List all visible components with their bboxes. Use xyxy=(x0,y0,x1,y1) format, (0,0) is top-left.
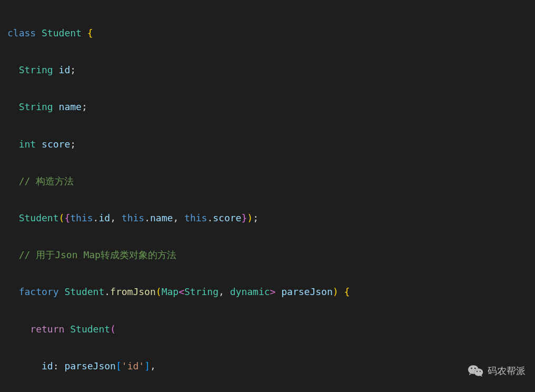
keyword-factory: factory xyxy=(19,286,59,297)
keyword-class: class xyxy=(7,27,36,38)
wechat-icon xyxy=(468,364,483,378)
comment: // 用于Json Map转成类对象的方法 xyxy=(19,249,176,260)
identifier: score xyxy=(42,139,70,150)
svg-point-5 xyxy=(474,368,476,369)
brace: { xyxy=(87,27,93,38)
comment: // 构造方法 xyxy=(19,175,74,187)
code-line: class Student { xyxy=(7,24,528,42)
type: String xyxy=(19,101,53,112)
class-name: Student xyxy=(42,27,82,38)
svg-point-4 xyxy=(471,368,472,369)
code-line: String id; xyxy=(7,61,528,79)
identifier: name xyxy=(59,101,82,112)
keyword-return: return xyxy=(30,324,64,335)
code-line: return Student( xyxy=(7,320,528,338)
watermark: 码农帮派 xyxy=(468,362,526,380)
code-line: // 用于Json Map转成类对象的方法 xyxy=(7,246,528,264)
code-line: factory Student.fromJson(Map<String, dyn… xyxy=(7,282,528,301)
type: int xyxy=(19,139,36,150)
code-line: id: parseJson['id'], xyxy=(7,357,528,375)
constructor: Student xyxy=(19,212,59,223)
code-line: Student({this.id, this.name, this.score}… xyxy=(7,209,528,227)
code-line: // 构造方法 xyxy=(7,172,528,190)
svg-point-6 xyxy=(477,371,478,372)
type: String xyxy=(19,64,53,75)
method-name: fromJson xyxy=(110,286,156,297)
svg-point-3 xyxy=(474,369,483,376)
code-line: String name; xyxy=(7,97,528,116)
svg-point-7 xyxy=(480,371,481,372)
code-line: int score; xyxy=(7,135,528,153)
code-editor[interactable]: class Student { String id; String name; … xyxy=(0,0,535,392)
identifier: id xyxy=(59,64,71,75)
watermark-text: 码农帮派 xyxy=(488,362,526,380)
